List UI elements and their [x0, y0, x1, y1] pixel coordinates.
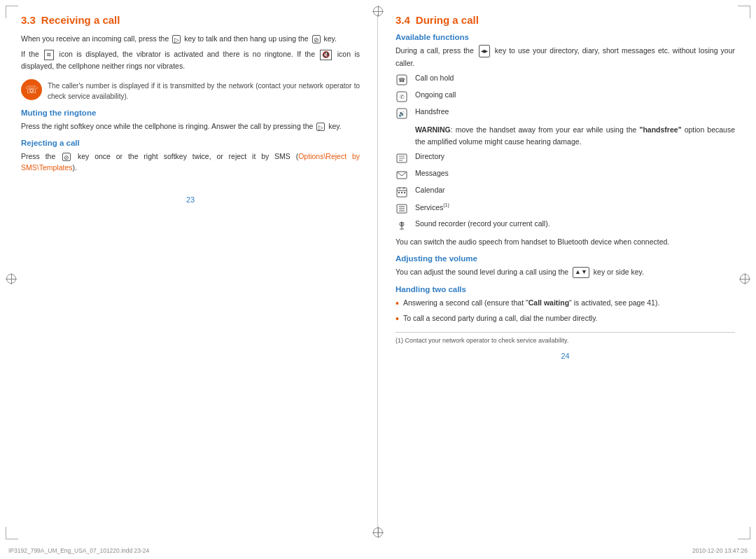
- services-superscript: (1): [443, 202, 449, 207]
- svg-rect-16: [401, 192, 402, 193]
- ongoing-call-label: Ongoing call: [415, 90, 456, 100]
- center-top-crosshair: [372, 6, 384, 18]
- bullet-text-1: Answering a second call (ensure that "Ca…: [403, 298, 659, 309]
- rejecting-text: Press the ⊘ key once or the right softke…: [21, 151, 360, 174]
- bullet-item-2: • To call a second party during a call, …: [396, 313, 735, 325]
- svg-text:🔊: 🔊: [398, 110, 405, 117]
- note-text: The caller's number is displayed if it i…: [48, 79, 360, 102]
- section-33-title: Receiving a call: [41, 14, 120, 26]
- warning-text: WARNING: move the handset away from your…: [415, 124, 735, 147]
- call-on-hold-item: ☎ Call on hold: [396, 73, 735, 86]
- section-34-num: 3.4: [396, 14, 410, 26]
- messages-item: Messages: [396, 168, 735, 181]
- adjust-heading: Adjusting the volume: [396, 254, 735, 263]
- svg-rect-23: [401, 222, 402, 226]
- file-info: IP3192_799A_UM_Eng_USA_07_101220.indd 23…: [8, 547, 149, 554]
- vibrate-icon: ≋: [44, 50, 54, 61]
- bullet-dot-2: •: [396, 313, 399, 325]
- ongoing-call-icon: ✆: [396, 90, 408, 103]
- svg-text:✆: ✆: [400, 94, 405, 100]
- services-icon: [396, 202, 408, 215]
- right-crosshair: [739, 273, 750, 286]
- avail-heading: Available functions: [396, 33, 735, 41]
- center-bottom-crosshair: [372, 527, 384, 539]
- right-column: 3.4 During a call Available functions Du…: [378, 14, 735, 535]
- talk-key-icon2: ▷: [316, 123, 325, 131]
- rejecting-heading: Rejecting a call: [21, 139, 360, 147]
- calendar-label: Calendar: [415, 185, 445, 195]
- page-container: 3.3 Receiving a call When you receive an…: [0, 0, 756, 559]
- icon-list-main: ☎ Call on hold ✆ Ongoing call: [396, 73, 735, 120]
- bullet-list: • Answering a second call (ensure that "…: [396, 298, 735, 325]
- section-33-heading: 3.3 Receiving a call: [21, 14, 360, 26]
- left-crosshair: [6, 273, 17, 286]
- sound-recorder-item: Sound recorder (record your current call…: [396, 219, 735, 232]
- muting-text: Press the right softkey once while the c…: [21, 120, 360, 132]
- nav-key-icon: ◂▸: [479, 45, 490, 57]
- call-on-hold-icon: ☎: [396, 74, 408, 86]
- corner-tl: [6, 6, 18, 18]
- directory-item: Directory: [396, 151, 735, 165]
- hangup-key-icon2: ⊘: [62, 153, 71, 161]
- ongoing-call-item: ✆ Ongoing call: [396, 90, 735, 103]
- avail-intro-text: During a call, press the ◂▸ key to use y…: [396, 45, 735, 69]
- sound-recorder-label: Sound recorder (record your current call…: [415, 219, 550, 229]
- note-icon-wrap: ☏: [21, 79, 42, 100]
- sound-recorder-icon: [396, 219, 408, 232]
- intro-paragraph: When you receive an incoming call, press…: [21, 33, 360, 44]
- section-33-num: 3.3: [21, 14, 36, 26]
- page-num-left: 23: [21, 192, 360, 207]
- svg-rect-15: [398, 192, 400, 193]
- adjust-text: You can adjust the sound level during a …: [396, 266, 735, 278]
- hangup-key-icon: ⊘: [312, 35, 321, 43]
- handsfree-item: 🔊 Handsfree: [396, 106, 735, 120]
- bullet-dot-1: •: [396, 298, 399, 310]
- bullet-item-1: • Answering a second call (ensure that "…: [396, 298, 735, 310]
- call-on-hold-label: Call on hold: [415, 73, 454, 83]
- date-info: 2010-12-20 13:47:26: [692, 547, 748, 554]
- left-column: 3.3 Receiving a call When you receive an…: [21, 14, 378, 535]
- note-box: ☏ The caller's number is displayed if it…: [21, 79, 360, 102]
- corner-br: [738, 527, 750, 539]
- section-34-title: During a call: [416, 14, 479, 26]
- content-area: 3.3 Receiving a call When you receive an…: [0, 0, 756, 542]
- bluetooth-text: You can switch the audio speech from han…: [396, 236, 735, 247]
- icon-list-dir: Directory Messages: [396, 151, 735, 232]
- volume-key-icon: ▲▼: [573, 267, 589, 278]
- bottom-bar: IP3192_799A_UM_Eng_USA_07_101220.indd 23…: [0, 542, 756, 559]
- handsfree-label: Handsfree: [415, 106, 449, 117]
- muting-heading: Muting the ringtone: [21, 109, 360, 117]
- directory-icon: [396, 152, 408, 165]
- para2: If the ≋ icon is displayed, the vibrator…: [21, 48, 360, 71]
- calendar-item: Calendar: [396, 185, 735, 198]
- calendar-icon: [396, 186, 408, 198]
- warning-box: WARNING: move the handset away from your…: [415, 124, 735, 147]
- corner-tr: [738, 6, 750, 18]
- messages-label: Messages: [415, 168, 449, 179]
- page-num-right: 24: [396, 348, 735, 364]
- svg-text:☎: ☎: [398, 77, 405, 83]
- warning-label: WARNING: [415, 125, 451, 134]
- messages-icon: [396, 169, 408, 181]
- services-label: Services(1): [415, 202, 449, 212]
- handling-heading: Handling two calls: [396, 285, 735, 294]
- talk-key-icon: ▷: [172, 35, 181, 43]
- silent-icon: 🔇: [320, 50, 332, 61]
- bullet-text-2: To call a second party during a call, di…: [403, 313, 598, 324]
- svg-rect-17: [404, 192, 405, 193]
- handsfree-quote: "handsfree": [639, 125, 681, 134]
- section-34-heading: 3.4 During a call: [396, 14, 735, 26]
- directory-label: Directory: [415, 151, 444, 162]
- footnote-text: (1) Contact your network operator to che…: [396, 336, 735, 345]
- footnote-area: (1) Contact your network operator to che…: [396, 332, 735, 345]
- services-item: Services(1): [396, 202, 735, 215]
- corner-bl: [6, 527, 18, 539]
- handsfree-icon: 🔊: [396, 107, 408, 120]
- phone-icon: ☏: [25, 83, 38, 96]
